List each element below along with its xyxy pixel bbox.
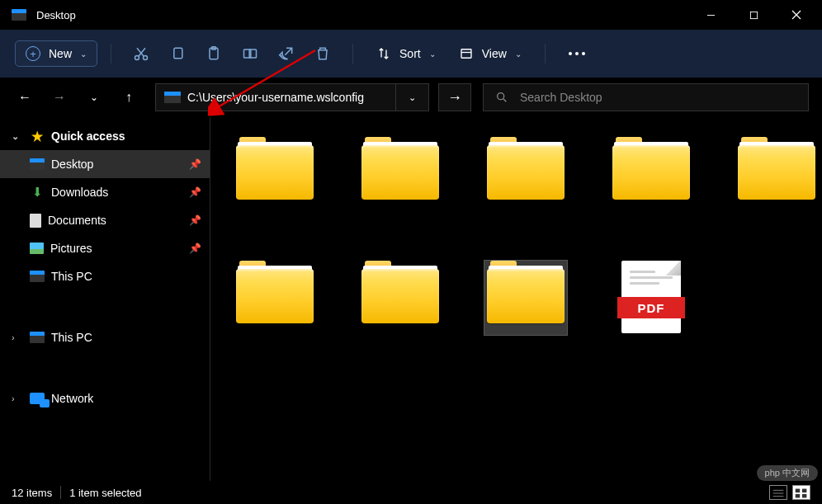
view-label: View (482, 47, 507, 60)
minimize-button[interactable] (697, 3, 725, 26)
share-button[interactable] (270, 37, 303, 70)
sidebar-quick-access[interactable]: ⌄ ★ Quick access (0, 122, 210, 150)
paste-button[interactable] (197, 37, 230, 70)
pc-icon (30, 269, 45, 284)
sidebar-thispc[interactable]: › This PC (0, 323, 210, 351)
folder-item[interactable] (610, 137, 692, 211)
chevron-right-icon: › (12, 393, 23, 403)
cut-button[interactable] (125, 37, 158, 70)
window-title: Desktop (36, 9, 697, 21)
sidebar-item-label: Desktop (51, 158, 182, 171)
folder-item[interactable] (484, 261, 567, 335)
folder-icon (236, 261, 314, 323)
statusbar: 12 items 1 item selected (0, 481, 822, 504)
sidebar-item-desktop[interactable]: Desktop 📌 (0, 150, 210, 178)
folder-icon (738, 137, 815, 200)
folder-icon (612, 137, 690, 200)
download-icon: ⬇ (30, 185, 45, 200)
sort-button[interactable]: Sort ⌄ (366, 41, 446, 66)
svg-rect-24 (802, 489, 806, 493)
new-label: New (49, 47, 72, 60)
search-placeholder: Search Desktop (520, 91, 602, 104)
pin-icon: 📌 (189, 186, 201, 198)
rename-button[interactable] (234, 37, 267, 70)
icons-view-button[interactable] (792, 485, 810, 500)
folder-icon (487, 137, 565, 200)
quick-access-label: Quick access (51, 130, 201, 143)
svg-rect-1 (750, 12, 757, 18)
folder-item[interactable] (735, 137, 818, 211)
details-view-button[interactable] (769, 485, 787, 500)
address-bar[interactable]: C:\Users\your-username.wslconfig (155, 83, 396, 111)
view-icon (459, 46, 474, 61)
sidebar-item-downloads[interactable]: ⬇ Downloads 📌 (0, 178, 210, 206)
svg-point-5 (144, 56, 148, 60)
network-icon (30, 391, 45, 406)
pin-icon: 📌 (189, 243, 201, 254)
more-button[interactable] (559, 52, 595, 55)
up-button[interactable]: ↑ (114, 82, 144, 112)
svg-line-17 (503, 99, 506, 101)
folder-item[interactable] (359, 261, 442, 335)
sidebar-item-documents[interactable]: Documents 📌 (0, 206, 210, 234)
status-separator (60, 486, 61, 499)
pin-icon: 📌 (189, 214, 201, 226)
folder-item[interactable] (359, 137, 442, 211)
item-count: 12 items (12, 487, 52, 499)
titlebar: Desktop (0, 0, 822, 30)
folder-item[interactable] (234, 137, 316, 211)
chevron-down-icon: ⌄ (12, 131, 23, 142)
svg-rect-8 (174, 48, 182, 59)
search-icon (495, 91, 508, 104)
recent-button[interactable]: ⌄ (79, 82, 109, 112)
pdf-icon: PDF (618, 261, 684, 335)
sidebar-item-pictures[interactable]: Pictures 📌 (0, 234, 210, 262)
sidebar-item-label: Documents (48, 214, 182, 227)
sidebar-network[interactable]: › Network (0, 384, 210, 412)
folder-icon (361, 137, 439, 200)
toolbar-separator (545, 44, 546, 64)
app-icon (12, 9, 26, 21)
chevron-down-icon: ⌄ (429, 49, 436, 59)
star-icon: ★ (30, 129, 45, 144)
folder-icon (487, 261, 565, 323)
file-item-pdf[interactable]: PDF (610, 261, 692, 335)
folder-item[interactable] (234, 261, 316, 335)
toolbar-separator (352, 44, 353, 64)
view-button[interactable]: View ⌄ (449, 41, 531, 66)
pin-icon: 📌 (189, 158, 201, 170)
plus-icon: + (26, 46, 40, 61)
sidebar-item-thispc[interactable]: This PC (0, 262, 210, 290)
maximize-button[interactable] (739, 3, 768, 26)
folder-icon (236, 137, 314, 200)
address-text: C:\Users\your-username.wslconfig (187, 91, 364, 104)
go-button[interactable]: → (438, 83, 471, 111)
svg-line-13 (285, 48, 291, 54)
thispc-label: This PC (51, 331, 201, 344)
toolbar-separator (111, 44, 111, 64)
content-area[interactable]: PDF (210, 117, 822, 481)
address-dropdown[interactable]: ⌄ (396, 83, 429, 111)
close-button[interactable] (782, 3, 810, 26)
toolbar: + New ⌄ Sort ⌄ View ⌄ (0, 30, 822, 78)
network-label: Network (51, 392, 201, 405)
copy-button[interactable] (161, 37, 194, 70)
back-button[interactable]: ← (10, 82, 40, 112)
pc-icon (30, 330, 45, 345)
navigation-bar: ← → ⌄ ↑ C:\Users\your-username.wslconfig… (0, 78, 822, 117)
delete-button[interactable] (306, 37, 339, 70)
selection-count: 1 item selected (69, 487, 141, 499)
svg-point-16 (498, 93, 504, 100)
sort-label: Sort (399, 47, 421, 60)
folder-icon (361, 261, 439, 323)
new-button[interactable]: + New ⌄ (15, 40, 97, 67)
search-input[interactable]: Search Desktop (483, 83, 809, 111)
location-icon (164, 92, 181, 103)
pdf-label: PDF (638, 301, 665, 315)
svg-rect-26 (802, 494, 806, 498)
sort-icon (376, 46, 391, 61)
folder-item[interactable] (484, 137, 567, 211)
forward-button[interactable]: → (45, 82, 74, 112)
chevron-down-icon: ⌄ (80, 49, 87, 59)
chevron-right-icon: › (12, 332, 23, 342)
